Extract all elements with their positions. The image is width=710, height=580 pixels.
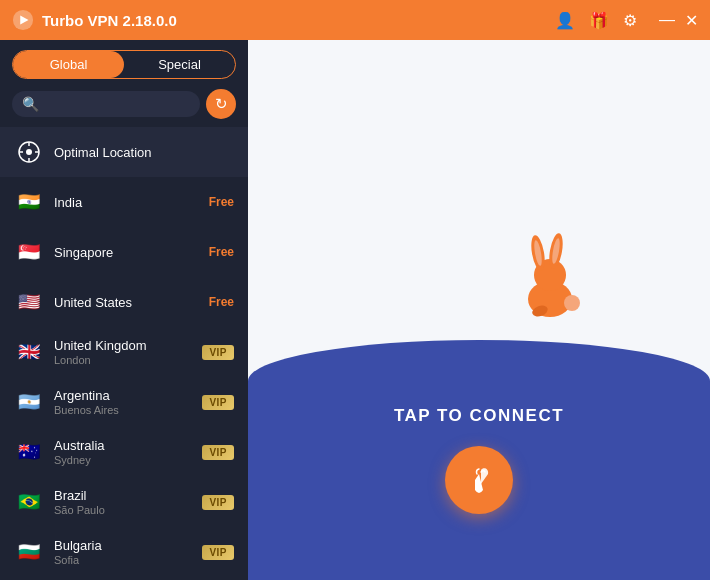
titlebar-actions: 👤 🎁 ⚙ — ✕ (555, 11, 698, 30)
main-layout: Global Special 🔍 ↻ (0, 40, 710, 580)
svg-point-3 (26, 149, 32, 155)
tab-special[interactable]: Special (124, 51, 235, 78)
server-name-optimal: Optimal Location (54, 145, 234, 160)
titlebar-left: Turbo VPN 2.18.0.0 (12, 9, 177, 31)
server-item-brazil[interactable]: 🇧🇷 Brazil São Paulo VIP (0, 477, 248, 527)
wave-panel: TAP TO CONNECT (248, 340, 710, 580)
flag-argentina: 🇦🇷 (14, 387, 44, 417)
server-sub-argentina: Buenos Aires (54, 404, 192, 416)
badge-vip-australia: VIP (202, 445, 234, 460)
badge-vip-bulgaria: VIP (202, 545, 234, 560)
app-logo (12, 9, 34, 31)
tab-global[interactable]: Global (13, 51, 124, 78)
server-item-india[interactable]: 🇮🇳 India Free (0, 177, 248, 227)
settings-icon[interactable]: ⚙ (623, 11, 637, 30)
minimize-button[interactable]: — (659, 11, 675, 29)
connect-button[interactable] (445, 446, 513, 514)
search-icon: 🔍 (22, 96, 39, 112)
gift-icon[interactable]: 🎁 (589, 11, 609, 30)
flag-india: 🇮🇳 (14, 187, 44, 217)
server-sub-uk: London (54, 354, 192, 366)
connect-carrot-icon (461, 462, 497, 498)
server-list: Optimal Location 🇮🇳 India Free 🇸🇬 Singap… (0, 127, 248, 580)
titlebar: Turbo VPN 2.18.0.0 👤 🎁 ⚙ — ✕ (0, 0, 710, 40)
server-info-singapore: Singapore (54, 245, 199, 260)
tab-bar: Global Special (12, 50, 236, 79)
server-name-australia: Australia (54, 438, 192, 453)
badge-free-us: Free (209, 295, 234, 309)
refresh-button[interactable]: ↻ (206, 89, 236, 119)
server-name-uk: United Kingdom (54, 338, 192, 353)
server-item-bulgaria[interactable]: 🇧🇬 Bulgaria Sofia VIP (0, 527, 248, 577)
server-info-brazil: Brazil São Paulo (54, 488, 192, 516)
server-info-us: United States (54, 295, 199, 310)
server-info-optimal: Optimal Location (54, 145, 234, 160)
badge-vip-brazil: VIP (202, 495, 234, 510)
server-name-argentina: Argentina (54, 388, 192, 403)
server-name-us: United States (54, 295, 199, 310)
flag-uk: 🇬🇧 (14, 337, 44, 367)
server-info-uk: United Kingdom London (54, 338, 192, 366)
server-info-argentina: Argentina Buenos Aires (54, 388, 192, 416)
badge-vip-uk: VIP (202, 345, 234, 360)
flag-brazil: 🇧🇷 (14, 487, 44, 517)
search-input[interactable] (45, 97, 190, 112)
user-icon[interactable]: 👤 (555, 11, 575, 30)
server-name-singapore: Singapore (54, 245, 199, 260)
sidebar: Global Special 🔍 ↻ (0, 40, 248, 580)
server-sub-australia: Sydney (54, 454, 192, 466)
server-item-singapore[interactable]: 🇸🇬 Singapore Free (0, 227, 248, 277)
server-item-us[interactable]: 🇺🇸 United States Free (0, 277, 248, 327)
server-item-optimal[interactable]: Optimal Location (0, 127, 248, 177)
svg-point-14 (564, 295, 580, 311)
close-button[interactable]: ✕ (685, 11, 698, 30)
server-sub-brazil: São Paulo (54, 504, 192, 516)
app-title: Turbo VPN 2.18.0.0 (42, 12, 177, 29)
server-sub-bulgaria: Sofia (54, 554, 192, 566)
optimal-icon (14, 137, 44, 167)
search-input-wrap: 🔍 (12, 91, 200, 117)
rabbit-illustration (500, 221, 590, 325)
server-info-bulgaria: Bulgaria Sofia (54, 538, 192, 566)
badge-free-india: Free (209, 195, 234, 209)
flag-singapore: 🇸🇬 (14, 237, 44, 267)
flag-australia: 🇦🇺 (14, 437, 44, 467)
badge-vip-argentina: VIP (202, 395, 234, 410)
right-panel: TAP TO CONNECT (248, 40, 710, 580)
server-name-brazil: Brazil (54, 488, 192, 503)
server-item-uk[interactable]: 🇬🇧 United Kingdom London VIP (0, 327, 248, 377)
rabbit-svg (500, 221, 590, 321)
server-name-india: India (54, 195, 199, 210)
search-bar: 🔍 ↻ (12, 89, 236, 119)
window-controls: — ✕ (659, 11, 698, 30)
flag-us: 🇺🇸 (14, 287, 44, 317)
server-name-bulgaria: Bulgaria (54, 538, 192, 553)
server-item-argentina[interactable]: 🇦🇷 Argentina Buenos Aires VIP (0, 377, 248, 427)
server-item-australia[interactable]: 🇦🇺 Australia Sydney VIP (0, 427, 248, 477)
server-info-india: India (54, 195, 199, 210)
flag-bulgaria: 🇧🇬 (14, 537, 44, 567)
server-info-australia: Australia Sydney (54, 438, 192, 466)
tap-to-connect-label: TAP TO CONNECT (394, 406, 564, 426)
badge-free-singapore: Free (209, 245, 234, 259)
